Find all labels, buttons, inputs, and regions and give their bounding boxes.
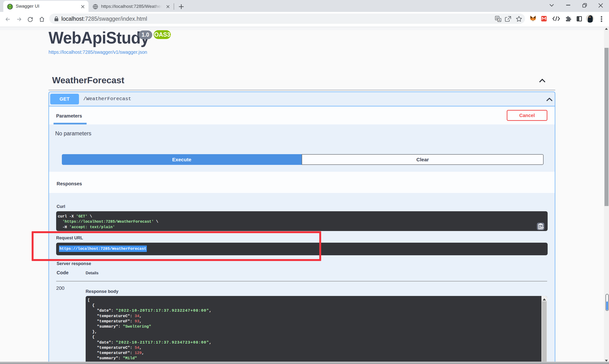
svg-text:A: A: [498, 19, 501, 22]
